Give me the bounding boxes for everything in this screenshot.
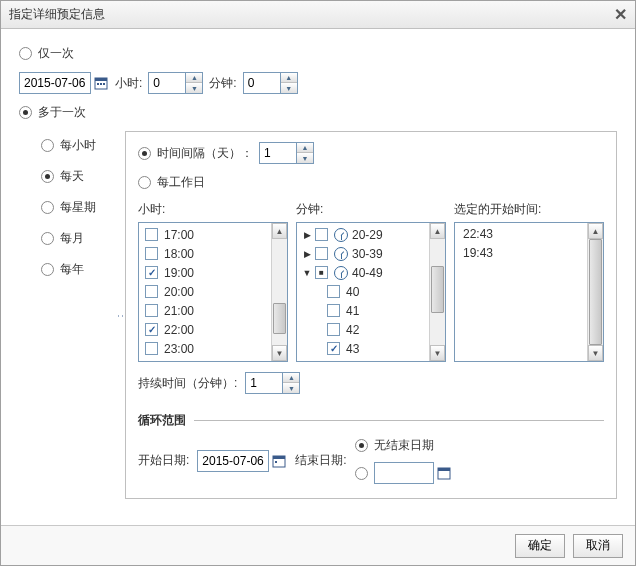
clock-icon (334, 266, 348, 280)
scroll-thumb[interactable] (273, 303, 286, 335)
scroll-down-icon[interactable]: ▼ (588, 345, 603, 361)
freq-radio[interactable] (41, 263, 54, 276)
scrollbar[interactable]: ▲ ▼ (587, 223, 603, 361)
hour-item[interactable]: 20:00 (141, 282, 269, 301)
hour-item[interactable]: 18:00 (141, 244, 269, 263)
scroll-up-icon[interactable]: ▲ (272, 223, 287, 239)
scroll-up-icon[interactable]: ▲ (588, 223, 603, 239)
interval-label: 时间间隔（天）： (157, 145, 253, 162)
checkbox[interactable] (327, 323, 340, 336)
scrollbar[interactable]: ▲ ▼ (271, 223, 287, 361)
scroll-thumb[interactable] (431, 266, 444, 314)
hour-item[interactable]: 21:00 (141, 301, 269, 320)
expand-icon[interactable]: ▶ (301, 249, 313, 259)
selected-time-item[interactable]: 22:43 (457, 225, 585, 244)
hour-item[interactable]: 17:00 (141, 225, 269, 244)
freq-radio[interactable] (41, 170, 54, 183)
once-hour-input[interactable] (149, 73, 185, 93)
checkbox[interactable] (327, 304, 340, 317)
duration-spinner[interactable]: ▲ ▼ (245, 372, 300, 394)
checkbox[interactable] (145, 342, 158, 355)
duration-input[interactable] (246, 373, 282, 393)
once-hour-spinner[interactable]: ▲ ▼ (148, 72, 203, 94)
minute-item[interactable]: 40 (299, 282, 427, 301)
freq-item[interactable]: 每小时 (41, 137, 119, 154)
checkbox[interactable] (145, 266, 158, 279)
minute-item[interactable]: 43 (299, 339, 427, 358)
spinner-down-icon[interactable]: ▼ (283, 383, 299, 393)
freq-item[interactable]: 每年 (41, 261, 119, 278)
spinner-down-icon[interactable]: ▼ (281, 83, 297, 93)
hours-column: 小时: 17:0018:0019:0020:0021:0022:0023:00 … (138, 201, 288, 362)
minutes-treebox[interactable]: ▶20-29▶30-39▼40-4940414243 ▲ ▼ (296, 222, 446, 362)
end-date-row[interactable] (355, 462, 452, 484)
spinner-up-icon[interactable]: ▲ (297, 143, 313, 153)
expand-icon[interactable]: ▶ (301, 230, 313, 240)
minute-item[interactable]: 42 (299, 320, 427, 339)
calendar-icon[interactable] (93, 75, 109, 91)
once-minute-input[interactable] (244, 73, 280, 93)
scrollbar[interactable]: ▲ ▼ (429, 223, 445, 361)
calendar-icon[interactable] (271, 453, 287, 469)
minute-item[interactable]: 41 (299, 301, 427, 320)
no-end-row[interactable]: 无结束日期 (355, 437, 452, 454)
interval-radio[interactable] (138, 147, 151, 160)
checkbox[interactable] (315, 247, 328, 260)
close-icon[interactable]: ✕ (614, 5, 627, 24)
checkbox[interactable] (145, 247, 158, 260)
interval-spinner[interactable]: ▲ ▼ (259, 142, 314, 164)
minute-group[interactable]: ▶30-39 (299, 244, 427, 263)
once-minute-spinner[interactable]: ▲ ▼ (243, 72, 298, 94)
hour-item[interactable]: 22:00 (141, 320, 269, 339)
once-radio-row[interactable]: 仅一次 (19, 45, 617, 62)
workday-row[interactable]: 每工作日 (138, 174, 604, 191)
selected-listbox[interactable]: 22:4319:43 ▲ ▼ (454, 222, 604, 362)
checkbox[interactable] (315, 266, 328, 279)
hours-listbox[interactable]: 17:0018:0019:0020:0021:0022:0023:00 ▲ ▼ (138, 222, 288, 362)
scroll-down-icon[interactable]: ▼ (272, 345, 287, 361)
no-end-radio[interactable] (355, 439, 368, 452)
checkbox[interactable] (145, 323, 158, 336)
checkbox[interactable] (327, 342, 340, 355)
start-date-input[interactable] (197, 450, 269, 472)
spinner-up-icon[interactable]: ▲ (186, 73, 202, 83)
spinner-down-icon[interactable]: ▼ (186, 83, 202, 93)
scroll-down-icon[interactable]: ▼ (430, 345, 445, 361)
hour-item[interactable]: 19:00 (141, 263, 269, 282)
freq-item[interactable]: 每星期 (41, 199, 119, 216)
end-date-input[interactable] (374, 462, 434, 484)
once-date-input[interactable] (19, 72, 91, 94)
checkbox[interactable] (315, 228, 328, 241)
checkbox[interactable] (145, 285, 158, 298)
once-radio[interactable] (19, 47, 32, 60)
duration-row: 持续时间（分钟）: ▲ ▼ (138, 372, 604, 394)
selected-time-item[interactable]: 19:43 (457, 244, 585, 263)
freq-radio[interactable] (41, 232, 54, 245)
interval-input[interactable] (260, 143, 296, 163)
checkbox[interactable] (145, 304, 158, 317)
minute-group[interactable]: ▼40-49 (299, 263, 427, 282)
freq-radio[interactable] (41, 139, 54, 152)
scroll-thumb[interactable] (589, 239, 602, 345)
interval-row[interactable]: 时间间隔（天）： ▲ ▼ (138, 142, 604, 164)
checkbox[interactable] (145, 228, 158, 241)
ok-button[interactable]: 确定 (515, 534, 565, 558)
expand-icon[interactable]: ▼ (301, 268, 313, 278)
freq-radio[interactable] (41, 201, 54, 214)
cancel-button[interactable]: 取消 (573, 534, 623, 558)
multi-radio-row[interactable]: 多于一次 (19, 104, 617, 121)
minute-group[interactable]: ▶20-29 (299, 225, 427, 244)
end-date-radio[interactable] (355, 467, 368, 480)
checkbox[interactable] (327, 285, 340, 298)
freq-item[interactable]: 每月 (41, 230, 119, 247)
freq-item[interactable]: 每天 (41, 168, 119, 185)
workday-radio[interactable] (138, 176, 151, 189)
calendar-icon[interactable] (436, 465, 452, 481)
spinner-up-icon[interactable]: ▲ (281, 73, 297, 83)
hour-item[interactable]: 23:00 (141, 339, 269, 358)
spinner-up-icon[interactable]: ▲ (283, 373, 299, 383)
once-datetime-row: 小时: ▲ ▼ 分钟: ▲ ▼ (19, 72, 617, 94)
scroll-up-icon[interactable]: ▲ (430, 223, 445, 239)
spinner-down-icon[interactable]: ▼ (297, 153, 313, 163)
multi-radio[interactable] (19, 106, 32, 119)
